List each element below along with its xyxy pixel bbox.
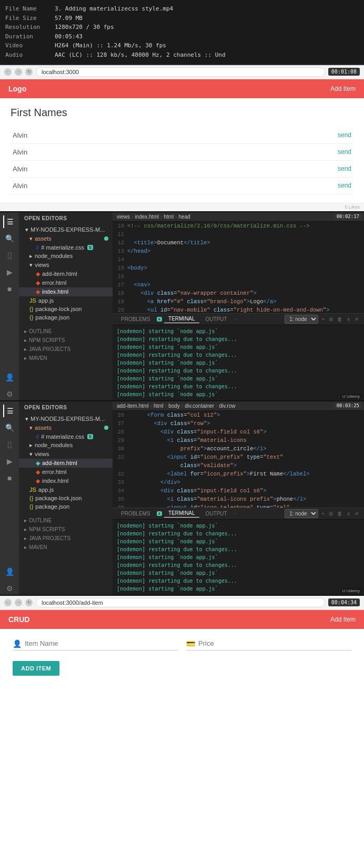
breadcrumb-2: add-item.html › html › body › div.contai… bbox=[113, 401, 364, 411]
split-terminal-btn-2[interactable]: ⊞ bbox=[328, 511, 334, 516]
terminal-tab-2[interactable]: TERMINAL bbox=[164, 509, 199, 518]
more-icon-2[interactable]: ··· bbox=[234, 511, 238, 516]
materialize-file-2[interactable]: # # materialize.css 5 bbox=[19, 432, 113, 441]
row-name: Alvin bbox=[13, 131, 27, 139]
node-select-2[interactable]: 1: node bbox=[285, 509, 318, 518]
package-json-label-2: package.json bbox=[35, 503, 69, 510]
refresh-btn[interactable]: ↻ bbox=[25, 68, 33, 76]
project-root-2[interactable]: ▾ MY-NODEJS-EXPRESS-M... bbox=[19, 415, 113, 423]
node-modules-1[interactable]: ▸ node_modules bbox=[19, 252, 113, 261]
close-terminal-btn-2[interactable]: 🗑 bbox=[336, 511, 343, 516]
back-btn-2[interactable]: ← bbox=[4, 599, 12, 606]
collapse-terminal-btn[interactable]: ∧ bbox=[346, 316, 351, 322]
explorer-icon[interactable]: ☰ bbox=[3, 215, 16, 228]
app-js-1[interactable]: JS app.js bbox=[19, 296, 113, 305]
html-icon: ◆ bbox=[36, 271, 40, 277]
forward-btn[interactable]: → bbox=[15, 68, 22, 76]
send-link[interactable]: send bbox=[338, 182, 351, 189]
item-name-input[interactable] bbox=[25, 639, 178, 647]
crud-nav-link[interactable]: Add Item bbox=[330, 616, 356, 623]
add-terminal-btn[interactable]: + bbox=[320, 316, 326, 322]
json-icon: {} bbox=[29, 495, 33, 501]
terminal-controls-1: 1: node + ⊞ 🗑 ∧ ✕ bbox=[285, 315, 360, 324]
nav-link-1[interactable]: Add Item bbox=[330, 85, 356, 92]
price-group: 💳 bbox=[186, 639, 351, 650]
outline-section-1[interactable]: ▸ OUTLINE bbox=[19, 327, 113, 336]
materialize-file-1[interactable]: # # materialize.css 5 bbox=[19, 243, 113, 252]
package-lock-1[interactable]: {} package-lock.json bbox=[19, 305, 113, 313]
refresh-btn-2[interactable]: ↻ bbox=[25, 599, 33, 606]
split-terminal-btn[interactable]: ⊞ bbox=[328, 316, 334, 322]
index-html-1[interactable]: ◆ index.html bbox=[19, 287, 113, 296]
add-item-button[interactable]: ADD ITEM bbox=[13, 661, 59, 676]
back-btn[interactable]: ← bbox=[4, 68, 12, 76]
audio-label: Audio bbox=[5, 50, 53, 60]
terminal-controls-2: 1: node + ⊞ 🗑 ∧ ✕ bbox=[285, 509, 360, 518]
views-folder-2[interactable]: ▾ views bbox=[19, 450, 113, 459]
materialize-label-2: # materialize.css bbox=[41, 433, 84, 440]
project-root-1[interactable]: ▾ MY-NODEJS-EXPRESS-M... bbox=[19, 225, 113, 234]
add-item-html-1[interactable]: ◆ add-item.html bbox=[19, 270, 113, 278]
terminal-tab-1[interactable]: TERMINAL bbox=[164, 315, 199, 323]
npm-section-2[interactable]: ▸ NPM SCRIPTS bbox=[19, 525, 113, 534]
maven-section-2[interactable]: ▸ MAVEN bbox=[19, 543, 113, 552]
terminal-content-2: [nodemon] starting `node app.js` [nodemo… bbox=[113, 520, 364, 595]
java-section-2[interactable]: ▸ JAVA PROJECTS bbox=[19, 534, 113, 543]
run-icon[interactable]: ▶ bbox=[3, 266, 16, 278]
extensions-icon[interactable]: ■ bbox=[3, 472, 16, 484]
send-link[interactable]: send bbox=[338, 131, 351, 139]
node-modules-2[interactable]: ▸ node_modules bbox=[19, 441, 113, 450]
close-panel-btn-2[interactable]: ✕ bbox=[353, 511, 360, 516]
close-terminal-btn[interactable]: 🗑 bbox=[336, 316, 343, 322]
account-icon[interactable]: 👤 bbox=[3, 371, 16, 384]
terminal-line: [nodemon] restarting due to changes... bbox=[117, 530, 360, 538]
error-html-label-1: error.html bbox=[42, 280, 66, 286]
browser-toolbar-2: ← → ↻ localhost:3000/add-item 00:04:34 bbox=[0, 596, 364, 610]
source-control-icon[interactable]: ⌷ bbox=[3, 438, 16, 451]
add-item-html-2[interactable]: ◆ add-item.html bbox=[19, 459, 113, 468]
add-terminal-btn-2[interactable]: + bbox=[320, 511, 326, 516]
chevron-right-icon: ▸ bbox=[24, 535, 27, 541]
search-icon[interactable]: 🔍 bbox=[3, 232, 16, 245]
npm-section-1[interactable]: ▸ NPM SCRIPTS bbox=[19, 336, 113, 345]
extensions-icon[interactable]: ■ bbox=[3, 283, 16, 295]
error-html-1[interactable]: ◆ error.html bbox=[19, 278, 113, 287]
send-link[interactable]: send bbox=[338, 165, 351, 172]
views-folder-1[interactable]: ▾ views bbox=[19, 261, 113, 270]
problems-tab-2[interactable]: PROBLEMS bbox=[117, 510, 155, 518]
explorer-icon[interactable]: ☰ bbox=[3, 405, 16, 417]
collapse-terminal-btn-2[interactable]: ∧ bbox=[346, 511, 351, 516]
page-title-1: First Names bbox=[11, 107, 353, 119]
source-control-icon[interactable]: ⌷ bbox=[3, 249, 16, 262]
vscode-panel-1: ☰ 🔍 ⌷ ▶ ■ 👤 ⚙ OPEN EDITORS ▾ MY-NODEJS-E… bbox=[0, 211, 364, 400]
output-tab-2[interactable]: OUTPUT bbox=[201, 510, 231, 518]
package-json-2[interactable]: {} package.json bbox=[19, 502, 113, 511]
forward-btn-2[interactable]: → bbox=[15, 599, 22, 606]
maven-section-1[interactable]: ▸ MAVEN bbox=[19, 354, 113, 363]
error-html-2[interactable]: ◆ error.html bbox=[19, 468, 113, 477]
assets-folder-1[interactable]: ▾ assets bbox=[19, 234, 113, 243]
package-json-1[interactable]: {} package.json bbox=[19, 313, 113, 322]
index-html-2[interactable]: ◆ index.html bbox=[19, 477, 113, 485]
url-bar-1[interactable]: localhost:3000 bbox=[36, 67, 325, 77]
output-tab-1[interactable]: OUTPUT bbox=[201, 315, 231, 323]
node-select-1[interactable]: 1: node bbox=[285, 315, 318, 324]
maven-label: MAVEN bbox=[29, 355, 47, 361]
price-icon: 💳 bbox=[186, 639, 195, 648]
price-input[interactable] bbox=[198, 639, 351, 647]
send-link[interactable]: send bbox=[338, 148, 351, 156]
app-js-2[interactable]: JS app.js bbox=[19, 485, 113, 494]
more-icon[interactable]: ··· bbox=[234, 316, 238, 322]
settings-icon[interactable]: ⚙ bbox=[3, 388, 16, 400]
account-icon[interactable]: 👤 bbox=[3, 565, 16, 578]
outline-section-2[interactable]: ▸ OUTLINE bbox=[19, 516, 113, 525]
problems-tab-1[interactable]: PROBLEMS bbox=[117, 315, 155, 323]
java-section-1[interactable]: ▸ JAVA PROJECTS bbox=[19, 345, 113, 354]
run-icon[interactable]: ▶ bbox=[3, 455, 16, 468]
package-lock-2[interactable]: {} package-lock.json bbox=[19, 494, 113, 502]
assets-folder-2[interactable]: ▾ assets bbox=[19, 423, 113, 432]
url-bar-2[interactable]: localhost:3000/add-item bbox=[36, 598, 325, 607]
search-icon[interactable]: 🔍 bbox=[3, 421, 16, 434]
settings-icon[interactable]: ⚙ bbox=[3, 582, 16, 595]
close-panel-btn[interactable]: ✕ bbox=[353, 316, 360, 322]
